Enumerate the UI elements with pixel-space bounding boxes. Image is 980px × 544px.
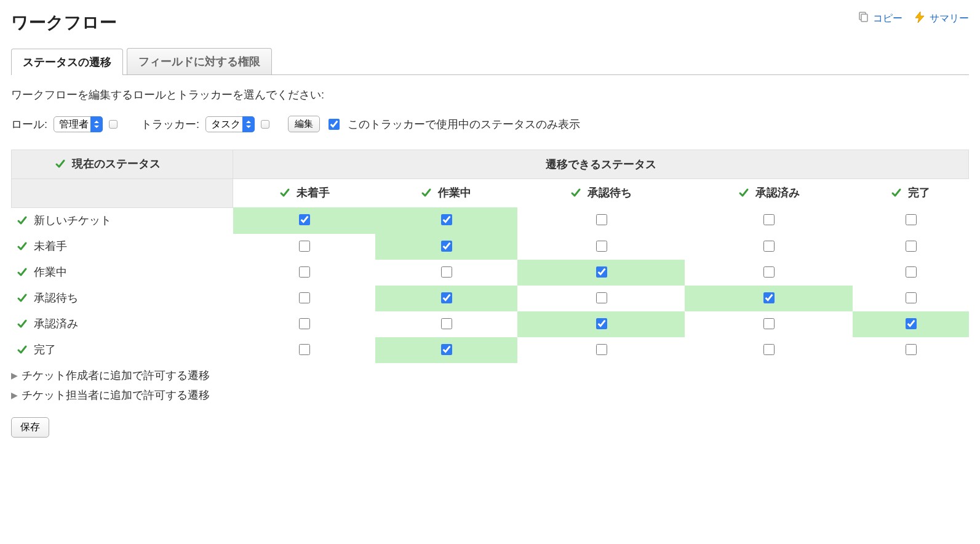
copy-link[interactable]: コピー bbox=[857, 11, 902, 26]
transition-checkbox[interactable] bbox=[299, 214, 310, 225]
col-label: 未着手 bbox=[297, 185, 330, 200]
row-label: 新しいチケット bbox=[34, 213, 111, 228]
expand-author-transitions[interactable]: ▶ チケット作成者に追加で許可する遷移 bbox=[11, 368, 969, 383]
copy-label: コピー bbox=[873, 12, 902, 25]
table-row: 承認待ち bbox=[12, 286, 969, 311]
lightning-icon bbox=[914, 11, 926, 26]
transition-checkbox[interactable] bbox=[906, 214, 917, 225]
row-label: 完了 bbox=[34, 342, 56, 357]
only-used-statuses-label: このトラッカーで使用中のステータスのみ表示 bbox=[348, 117, 580, 132]
transition-checkbox[interactable] bbox=[596, 318, 607, 329]
expand-assignee-label: チケット担当者に追加で許可する遷移 bbox=[22, 388, 210, 402]
transition-checkbox[interactable] bbox=[596, 344, 607, 355]
check-icon bbox=[55, 158, 66, 169]
transition-checkbox[interactable] bbox=[596, 266, 607, 278]
th-current-status: 現在のステータス bbox=[12, 150, 233, 179]
role-select[interactable]: 管理者 bbox=[54, 116, 103, 132]
transition-checkbox[interactable] bbox=[906, 344, 917, 355]
tab-status-transitions[interactable]: ステータスの遷移 bbox=[11, 49, 123, 75]
summary-link[interactable]: サマリー bbox=[914, 11, 969, 26]
tab-bar: ステータスの遷移 フィールドに対する権限 bbox=[11, 48, 969, 75]
col-label: 承認待ち bbox=[588, 185, 632, 200]
check-icon bbox=[17, 215, 28, 226]
tracker-select[interactable]: タスク bbox=[205, 116, 255, 132]
transition-checkbox[interactable] bbox=[763, 266, 775, 278]
transition-checkbox[interactable] bbox=[906, 318, 917, 329]
role-extra-box[interactable] bbox=[109, 120, 118, 129]
th-col-status: 承認済み bbox=[685, 179, 853, 208]
svg-marker-2 bbox=[915, 12, 924, 23]
transition-checkbox[interactable] bbox=[763, 344, 775, 355]
check-icon bbox=[891, 187, 902, 198]
check-icon bbox=[17, 241, 28, 252]
row-label: 承認済み bbox=[34, 316, 78, 331]
row-label: 未着手 bbox=[34, 239, 67, 254]
transition-checkbox[interactable] bbox=[763, 292, 775, 303]
transition-checkbox[interactable] bbox=[596, 292, 607, 303]
check-icon bbox=[17, 266, 28, 278]
check-icon bbox=[738, 187, 749, 198]
svg-rect-1 bbox=[861, 14, 867, 22]
triangle-right-icon: ▶ bbox=[11, 370, 18, 380]
table-row: 承認済み bbox=[12, 311, 969, 337]
check-icon bbox=[421, 187, 432, 198]
table-row: 完了 bbox=[12, 337, 969, 363]
tracker-label: トラッカー: bbox=[141, 117, 199, 132]
th-empty bbox=[12, 179, 233, 208]
page-title: ワークフロー bbox=[11, 11, 117, 34]
transition-checkbox[interactable] bbox=[441, 266, 452, 278]
transition-checkbox[interactable] bbox=[299, 344, 310, 355]
check-icon bbox=[279, 187, 290, 198]
save-button[interactable]: 保存 bbox=[11, 417, 49, 438]
th-col-status: 作業中 bbox=[375, 179, 517, 208]
transition-checkbox[interactable] bbox=[441, 241, 452, 252]
transition-checkbox[interactable] bbox=[441, 344, 452, 355]
instruction-text: ワークフローを編集するロールとトラッカーを選んでください: bbox=[11, 87, 969, 102]
check-icon bbox=[17, 318, 28, 329]
summary-label: サマリー bbox=[930, 12, 969, 25]
transition-checkbox[interactable] bbox=[763, 318, 775, 329]
tracker-extra-box[interactable] bbox=[261, 120, 269, 129]
check-icon bbox=[17, 344, 28, 355]
th-col-status: 完了 bbox=[853, 179, 968, 208]
filter-row: ロール: 管理者 トラッカー: タスク 編集 このトラッカーで使用中のステータス… bbox=[11, 116, 969, 132]
transition-checkbox[interactable] bbox=[763, 214, 775, 225]
table-row: 未着手 bbox=[12, 234, 969, 260]
expand-author-label: チケット作成者に追加で許可する遷移 bbox=[22, 368, 210, 383]
transition-checkbox[interactable] bbox=[441, 214, 452, 225]
transition-checkbox[interactable] bbox=[906, 241, 917, 252]
expand-assignee-transitions[interactable]: ▶ チケット担当者に追加で許可する遷移 bbox=[11, 388, 969, 402]
transition-checkbox[interactable] bbox=[596, 241, 607, 252]
transition-checkbox[interactable] bbox=[906, 266, 917, 278]
transition-checkbox[interactable] bbox=[299, 266, 310, 278]
only-used-statuses-checkbox[interactable] bbox=[329, 119, 340, 130]
role-label: ロール: bbox=[11, 117, 47, 132]
check-icon bbox=[17, 292, 28, 303]
table-row: 新しいチケット bbox=[12, 207, 969, 234]
edit-button[interactable]: 編集 bbox=[288, 116, 320, 132]
col-label: 作業中 bbox=[438, 185, 471, 200]
transition-checkbox[interactable] bbox=[441, 292, 452, 303]
transition-checkbox[interactable] bbox=[763, 241, 775, 252]
transition-checkbox[interactable] bbox=[906, 292, 917, 303]
copy-icon bbox=[857, 11, 869, 26]
row-label: 承認待ち bbox=[34, 290, 78, 305]
transition-checkbox[interactable] bbox=[441, 318, 452, 329]
col-label: 完了 bbox=[908, 185, 930, 200]
transition-checkbox[interactable] bbox=[299, 241, 310, 252]
row-label: 作業中 bbox=[34, 265, 67, 279]
transition-checkbox[interactable] bbox=[299, 318, 310, 329]
transition-checkbox[interactable] bbox=[596, 214, 607, 225]
th-col-status: 承認待ち bbox=[517, 179, 685, 208]
th-col-status: 未着手 bbox=[233, 179, 376, 208]
table-row: 作業中 bbox=[12, 260, 969, 286]
top-action-links: コピー サマリー bbox=[857, 11, 969, 26]
col-label: 承認済み bbox=[755, 185, 800, 200]
tab-field-permissions[interactable]: フィールドに対する権限 bbox=[127, 48, 272, 74]
check-icon bbox=[570, 187, 581, 198]
triangle-right-icon: ▶ bbox=[11, 390, 18, 400]
workflow-table: 現在のステータス 遷移できるステータス 未着手作業中承認待ち承認済み完了 新しい… bbox=[11, 150, 969, 363]
th-available-status: 遷移できるステータス bbox=[233, 150, 969, 179]
transition-checkbox[interactable] bbox=[299, 292, 310, 303]
